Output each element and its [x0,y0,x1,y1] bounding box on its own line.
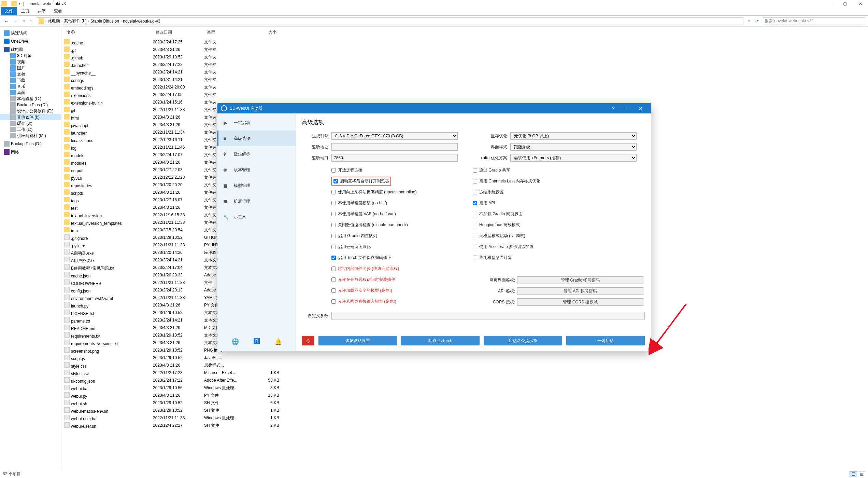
file-row[interactable]: __pycache__2023/2/24 14:21文件夹 [61,68,868,76]
column-headers[interactable]: 名称 修改日期 类型 大小 [61,27,868,38]
checkbox-option[interactable]: 不使用半精度模型 (no-half) [331,199,473,207]
dialog-sidebar-item[interactable]: 🔧小工具 [217,209,296,225]
crumb[interactable]: 其他软件 (I:) [63,18,88,24]
checkbox[interactable] [473,256,477,260]
checkbox[interactable] [331,190,336,194]
maximize-button[interactable]: ▢ [837,0,853,8]
sidebar-quick-access[interactable]: 快速访问 [0,30,61,36]
checkbox-option[interactable]: 不使用半精度 VAE (no-half-vae) [331,209,473,218]
checkbox[interactable] [473,234,477,238]
up-button[interactable]: ↑ [28,18,33,25]
checkbox-option[interactable]: 启动完毕后自动打开浏览器 [331,177,391,186]
stop-button[interactable]: ⦸ [302,336,314,345]
theme-select[interactable]: 跟随系统 [510,143,637,151]
help-button[interactable]: ? [607,106,620,111]
sidebar-item[interactable]: 视频 [0,59,61,65]
file-row[interactable]: webui.sh2023/1/29 10:52SH 文件6 KB [61,399,868,407]
file-row[interactable]: style.css2023/4/3 21:26层叠样式... [61,361,868,369]
sidebar-item[interactable]: 缓存 (J:) [0,120,61,126]
checkbox-option[interactable]: 启用云端页面汉化 [331,242,473,251]
globe-icon[interactable]: 🌐 [231,338,239,345]
engine-select[interactable]: 0: NVIDIA GeForce GTX 1070 (8 GB) [331,132,458,140]
recent-dropdown[interactable]: ▾ [22,18,26,24]
memopt-select[interactable]: 无优化 (8 GB 以上) [510,132,637,140]
sidebar-item[interactable]: Backup Plus (D:) [0,102,61,108]
checkbox[interactable] [331,223,336,227]
checkbox[interactable] [331,234,336,238]
breadcrumb[interactable]: › 此电脑› 其他软件 (I:)› Stable Diffusion› nove… [37,17,743,25]
file-row[interactable]: webui-user.bat2022/11/21 11:33Windows 批处… [61,414,868,422]
checkbox-option[interactable]: 启用 API [473,199,540,207]
checkbox[interactable] [473,190,477,194]
header-size[interactable]: 大小 [245,29,279,36]
sidebar-item[interactable]: 图片 [0,65,61,71]
custom-args-input[interactable] [331,312,645,319]
qat-dropdown-icon[interactable]: ▾ [19,2,20,5]
file-row[interactable]: ui-config.json2023/2/24 17:22Adobe After… [61,377,868,384]
refresh-button[interactable]: ⟳ [753,19,761,24]
sidebar-this-pc[interactable]: 此电脑 [0,46,61,53]
crumb[interactable]: 此电脑 [46,18,61,24]
checkbox-option[interactable]: 不加载 Gradio 网页界面 [473,209,540,218]
file-row[interactable]: script.js2023/1/29 10:52JavaScr... [61,354,868,361]
search-input[interactable]: 搜索"novelai-webui-aki-v3" [763,17,865,25]
sidebar-item[interactable]: 3D 对象 [0,53,61,59]
header-date[interactable]: 修改日期 [153,29,204,36]
cors-button[interactable]: 管理 CORS 授权域 [517,298,643,306]
bilibili-icon[interactable]: 🅱 [254,338,260,345]
checkbox-option[interactable]: 使用向上采样法提高精度 (upcast-sampling) [331,188,473,196]
minimize-button[interactable]: — [620,106,634,111]
checkbox[interactable] [331,245,336,249]
file-row[interactable]: webui.bat2023/1/29 10:56Windows 批处理...3 … [61,384,868,392]
close-button[interactable]: ✕ [634,106,648,111]
forward-button[interactable]: → [12,18,20,25]
checkbox-option[interactable]: 关闭模型哈希计算 [473,253,540,262]
web-auth-button[interactable]: 管理 Gradio 帐号密码 [517,276,643,284]
dialog-sidebar-item[interactable]: ▶一键启动 [217,115,296,131]
tab-home[interactable]: 主页 [17,7,33,15]
dialog-sidebar-item[interactable]: ⊞扩展管理 [217,193,296,209]
minimize-button[interactable]: — [822,0,837,8]
checkbox[interactable] [473,245,477,249]
bell-icon[interactable]: 🔔 [274,338,282,345]
sidebar-item[interactable]: 其他软件 (I:) [0,114,61,120]
breadcrumb-dropdown[interactable]: ▾ [747,18,751,24]
file-row[interactable]: extensions2023/2/24 17:05文件夹 [61,91,868,98]
view-icons-button[interactable]: ▦ [858,471,865,477]
launch-button[interactable]: 一键启动 [566,336,645,345]
sidebar-network[interactable]: 网络 [0,149,61,155]
checkbox[interactable] [473,168,477,173]
checkbox-option[interactable]: 通过 Gradio 共享 [473,166,540,175]
sidebar-item[interactable]: 供应商资料 (M:) [0,133,61,139]
checkbox[interactable] [473,212,477,216]
file-row[interactable]: configs2023/1/31 14:21文件夹 [61,76,868,83]
file-row[interactable]: webui-macos-env.sh2023/1/29 10:52SH 文件1 … [61,407,868,414]
checkbox-option[interactable]: 冻结系统设置 [473,188,540,196]
api-auth-button[interactable]: 管理 API 帐号密码 [517,287,643,295]
tab-file[interactable]: 文件 [1,7,17,15]
qat-icon[interactable] [11,1,17,6]
checkbox-option[interactable]: 允许在开放远程访问时安装插件 [331,275,473,284]
sidebar-item[interactable]: 桌面 [0,90,61,96]
sidebar-item[interactable]: 下载 [0,77,61,83]
sidebar-item[interactable]: 文档 [0,71,61,77]
port-input[interactable] [331,154,458,162]
sidebar-item[interactable]: 音乐 [0,83,61,90]
header-name[interactable]: 名称 [64,29,153,36]
crumb[interactable]: novelai-webui-aki-v3 [122,19,161,24]
address-input[interactable] [331,143,458,151]
dialog-sidebar-item[interactable]: ≡高级选项 [217,131,296,146]
sidebar-item[interactable]: 本地磁盘 (C:) [0,96,61,102]
crumb[interactable]: Stable Diffusion [89,19,120,24]
tab-share[interactable]: 共享 [33,7,50,15]
sidebar-item[interactable]: 设计办公类软件 (E:) [0,108,61,114]
tab-view[interactable]: 查看 [50,7,66,15]
file-row[interactable]: .github2023/1/29 10:52文件夹 [61,53,868,61]
checkbox[interactable] [473,223,477,227]
file-row[interactable]: webui.py2023/4/3 21:26PY 文件13 KB [61,392,868,399]
checkbox-option[interactable]: 开放远程连接 [331,166,473,175]
close-button[interactable]: ✕ [853,0,868,8]
checkbox[interactable] [331,267,336,271]
checkbox-option[interactable]: 启用 Gradio 内置队列 [331,231,473,240]
back-button[interactable]: ← [3,18,10,25]
